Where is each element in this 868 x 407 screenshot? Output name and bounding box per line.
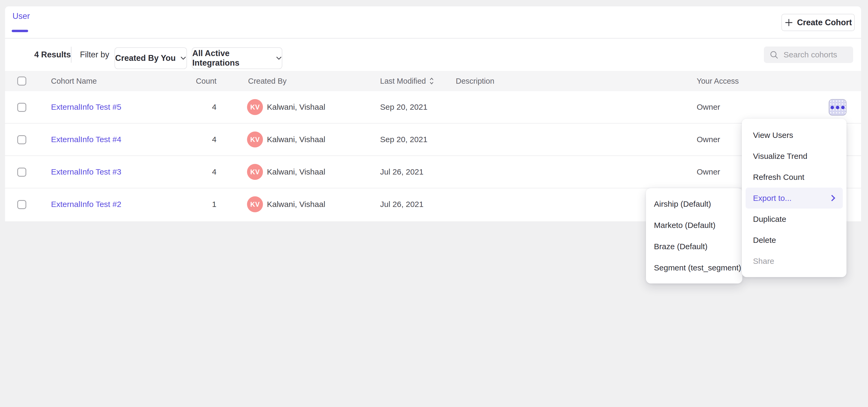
results-count: 4 Results [34, 38, 71, 71]
tab-bar [5, 6, 861, 38]
cohort-count: 4 [170, 124, 216, 155]
export-to-label: Export to... [753, 194, 792, 203]
table-row[interactable]: ExternalInfo Test #3 4 KV Kalwani, Visha… [5, 156, 861, 188]
col-header-cohort-name: Cohort Name [51, 71, 97, 91]
last-modified-value: Sep 20, 2021 [380, 124, 428, 155]
cohort-name-link[interactable]: ExternalInfo Test #3 [51, 156, 121, 188]
col-header-description: Description [456, 71, 494, 91]
ellipsis-icon [831, 106, 845, 109]
menu-item-marketo[interactable]: Marketo (Default) [646, 215, 742, 236]
cohort-count: 1 [170, 188, 216, 220]
cohort-name-link[interactable]: ExternalInfo Test #5 [51, 91, 121, 123]
avatar: KV [247, 99, 263, 115]
created-by-dropdown[interactable]: Created By You [115, 47, 187, 69]
search-icon [769, 50, 779, 60]
menu-item-refresh-count[interactable]: Refresh Count [742, 166, 846, 188]
chevron-down-icon [276, 56, 282, 60]
divider [71, 47, 71, 63]
menu-item-delete[interactable]: Delete [742, 229, 846, 251]
menu-item-visualize-trend[interactable]: Visualize Trend [742, 146, 846, 166]
col-header-last-modified[interactable]: Last Modified [380, 71, 434, 91]
menu-item-braze[interactable]: Braze (Default) [646, 236, 742, 257]
cohort-count: 4 [170, 156, 216, 188]
col-header-count: Count [170, 71, 216, 91]
menu-item-export-to[interactable]: Export to... [746, 188, 843, 209]
col-header-your-access: Your Access [697, 71, 739, 91]
chevron-down-icon [180, 56, 186, 60]
table-row[interactable]: ExternalInfo Test #5 4 KV Kalwani, Visha… [5, 91, 861, 124]
search-box[interactable] [764, 46, 853, 63]
avatar: KV [247, 131, 263, 148]
created-by-value: Kalwani, Vishaal [267, 91, 326, 123]
cohort-count: 4 [170, 91, 216, 123]
last-modified-label: Last Modified [380, 77, 426, 86]
cohorts-page: User Create Cohort 4 Results Filter by C… [0, 0, 868, 407]
row-checkbox[interactable] [17, 135, 26, 144]
avatar: KV [247, 164, 263, 180]
cohort-name-link[interactable]: ExternalInfo Test #4 [51, 124, 121, 155]
cohort-name-link[interactable]: ExternalInfo Test #2 [51, 188, 121, 220]
created-by-value: Kalwani, Vishaal [267, 156, 326, 188]
tab-user[interactable]: User [12, 0, 30, 32]
plus-icon [784, 18, 794, 27]
menu-item-airship[interactable]: Airship (Default) [646, 193, 742, 215]
col-header-created-by: Created By [248, 71, 287, 91]
last-modified-value: Jul 26, 2021 [380, 156, 423, 188]
row-checkbox[interactable] [17, 200, 26, 209]
access-value: Owner [697, 156, 720, 188]
table-row[interactable]: ExternalInfo Test #4 4 KV Kalwani, Visha… [5, 124, 861, 156]
menu-item-share: Share [742, 251, 846, 272]
create-cohort-button[interactable]: Create Cohort [781, 14, 855, 31]
last-modified-value: Sep 20, 2021 [380, 91, 428, 123]
filter-by-label: Filter by [80, 38, 109, 71]
select-all-checkbox[interactable] [17, 76, 26, 86]
create-cohort-label: Create Cohort [797, 18, 852, 27]
menu-item-view-users[interactable]: View Users [742, 125, 846, 146]
search-input[interactable] [783, 50, 848, 60]
sort-carets-icon [429, 76, 434, 86]
integrations-dropdown[interactable]: All Active Integrations [192, 47, 282, 69]
row-actions-button[interactable] [829, 99, 846, 116]
chevron-right-icon [829, 195, 835, 201]
menu-item-segment[interactable]: Segment (test_segment) [646, 257, 742, 278]
row-checkbox[interactable] [17, 103, 26, 112]
last-modified-value: Jul 26, 2021 [380, 188, 423, 220]
created-by-dropdown-label: Created By You [115, 53, 176, 63]
integrations-dropdown-label: All Active Integrations [192, 49, 271, 68]
tab-active-underline [12, 30, 28, 32]
access-value: Owner [697, 91, 720, 123]
row-context-menu: View Users Visualize Trend Refresh Count… [742, 119, 846, 277]
export-submenu: Airship (Default) Marketo (Default) Braz… [646, 188, 742, 283]
created-by-value: Kalwani, Vishaal [267, 124, 326, 155]
access-value: Owner [697, 124, 720, 155]
menu-item-duplicate[interactable]: Duplicate [742, 209, 846, 229]
created-by-value: Kalwani, Vishaal [267, 188, 326, 220]
row-checkbox[interactable] [17, 168, 26, 177]
avatar: KV [247, 196, 263, 212]
